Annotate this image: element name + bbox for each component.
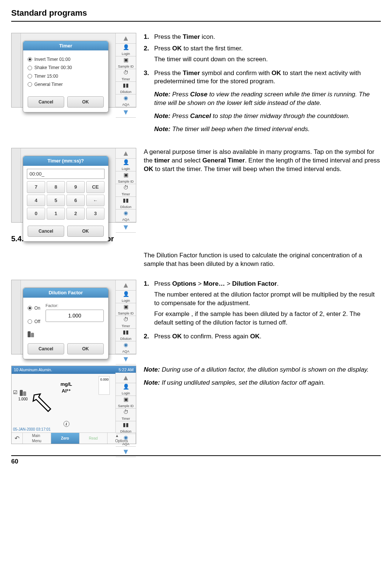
screenshot-dilution-factor: ▲ 👤Login ▣Sample ID ⏱Timer ▮▮Dilution ◉A… [11, 280, 136, 354]
dilution-modal-title: Dilution Factor [23, 288, 108, 298]
arrow-down-icon: ▼ [122, 107, 130, 117]
dilution-value: 1.000 [18, 397, 28, 402]
row-read-screen: 10 Aluminum Alumin.5:22 AM ▲ 👤Login ▣Sam… [11, 366, 381, 444]
key-8[interactable]: 8 [47, 181, 65, 193]
dilution-instructions: 1.Press Options > More… > Dilution Facto… [144, 280, 381, 344]
arrow-up-icon: ▲ [122, 33, 130, 43]
df-intro-text: The Dilution Factor function is used to … [144, 251, 381, 269]
dilution-icon [20, 390, 26, 396]
timer-modal-title: Timer [23, 41, 108, 51]
pointer-arrow-icon [32, 393, 53, 413]
zero-button[interactable]: Zero [51, 433, 80, 444]
sidebar-sampleid: ▣Sample ID [116, 56, 136, 69]
row-general-timer: ▲ 👤Login ▣Sample ID ⏱Timer ▮▮Dilution ◉A… [11, 148, 381, 223]
radio-invert-timer[interactable]: Invert Timer 01:00 [28, 56, 104, 62]
screenshot-keypad: ▲ 👤Login ▣Sample ID ⏱Timer ▮▮Dilution ◉A… [11, 148, 136, 223]
row-dilution-factor: ▲ 👤Login ▣Sample ID ⏱Timer ▮▮Dilution ◉A… [11, 280, 381, 354]
range-box: 0.000 [99, 376, 110, 395]
options-button[interactable]: ▲ Options [108, 433, 136, 444]
key-6[interactable]: 6 [66, 195, 85, 207]
general-timer-text: A general purpose timer is also availabl… [144, 148, 381, 174]
cancel-button[interactable]: Cancel [28, 226, 64, 237]
key-2[interactable]: 2 [66, 208, 85, 220]
screenshot-timer-modal: ▲ 👤Login ▣Sample ID ⏱Timer ▮▮Dilution ◉A… [11, 33, 136, 108]
info-icon[interactable]: i [63, 421, 69, 427]
radio-off[interactable]: Off [28, 319, 40, 325]
read-button[interactable]: Read [80, 433, 108, 444]
sidebar-login: 👤Login [116, 44, 136, 56]
factor-field[interactable]: 1.000 [46, 310, 104, 322]
key-5[interactable]: 5 [47, 195, 65, 207]
radio-on[interactable]: On [28, 305, 40, 311]
date-time: 05-JAN-2000 03:17:01 [13, 427, 51, 432]
read-footer: ↶ Main Menu Zero Read ▲ Options [12, 432, 136, 444]
main-menu-button[interactable]: Main Menu [23, 433, 51, 444]
key-back[interactable]: ← [86, 195, 105, 207]
radio-timer-15[interactable]: Timer 15:00 [28, 73, 104, 79]
key-1[interactable]: 1 [47, 208, 65, 220]
keypad-input[interactable]: 00:00_ [27, 169, 105, 179]
radio-general-timer[interactable]: General Timer [28, 81, 104, 87]
read-screen-notes: Note: During use of a dilution factor, t… [144, 366, 381, 387]
screenshot-sidebar: ▲ 👤Login ▣Sample ID ⏱Timer ▮▮Dilution ◉A… [115, 33, 136, 107]
factor-label: Factor: [46, 303, 104, 308]
ok-button[interactable]: OK [67, 343, 104, 354]
keypad-modal: Timer (mm:ss)? 00:00_ 7 8 9 CE 4 5 6 ← 0… [23, 156, 109, 242]
radio-shake-timer[interactable]: Shake Timer 00:30 [28, 65, 104, 71]
row-timer-steps: ▲ 👤Login ▣Sample ID ⏱Timer ▮▮Dilution ◉A… [11, 33, 381, 137]
key-9[interactable]: 9 [66, 181, 85, 193]
dilution-modal: Dilution Factor On Off Factor: 1.000 Can… [23, 288, 109, 359]
page-number: 60 [11, 455, 381, 466]
timer-modal: Timer Invert Timer 01:00 Shake Timer 00:… [23, 41, 109, 112]
keypad-title: Timer (mm:ss)? [23, 156, 108, 166]
ok-button[interactable]: OK [67, 226, 104, 237]
cancel-button[interactable]: Cancel [28, 343, 64, 354]
key-4[interactable]: 4 [27, 195, 45, 207]
key-3[interactable]: 3 [86, 208, 105, 220]
key-7[interactable]: 7 [27, 181, 45, 193]
back-button[interactable]: ↶ [12, 433, 23, 444]
sidebar-aqa: ◉AQA [116, 94, 136, 107]
sidebar-timer: ⏱Timer [116, 69, 136, 82]
key-ce[interactable]: CE [86, 181, 105, 193]
key-0[interactable]: 0 [27, 208, 45, 220]
screenshot-read-screen: 10 Aluminum Alumin.5:22 AM ▲ 👤Login ▣Sam… [11, 366, 136, 444]
page-header: Standard programs [11, 7, 381, 22]
row-df-intro: The Dilution Factor function is used to … [11, 251, 381, 269]
timer-instructions: 1.Press the Timer icon. 2.Press OK to st… [144, 33, 381, 137]
cancel-button[interactable]: Cancel [28, 96, 64, 108]
ok-button[interactable]: OK [67, 96, 104, 108]
sidebar-dilution: ▮▮Dilution [116, 82, 136, 94]
